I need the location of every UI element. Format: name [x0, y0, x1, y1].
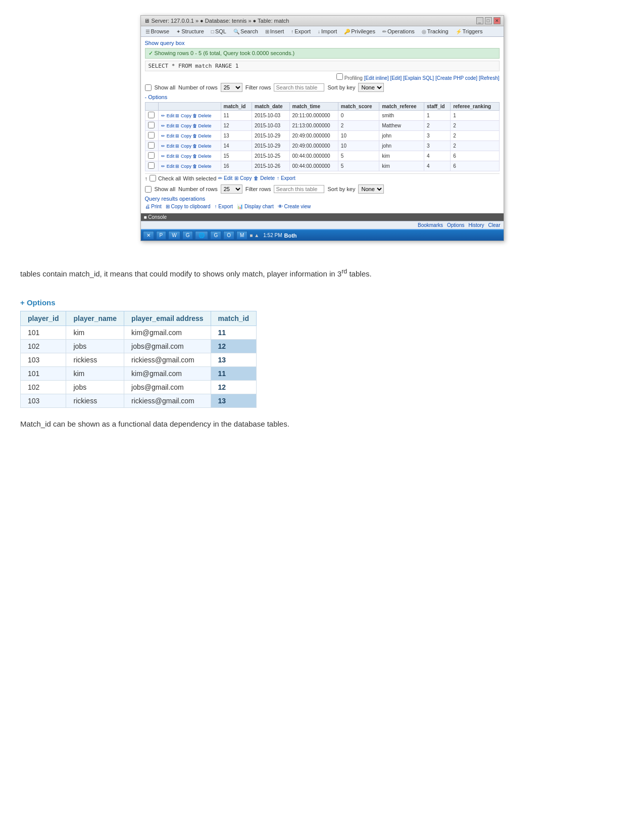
- nav-search[interactable]: 🔍 Search: [232, 28, 260, 35]
- sort-by-key-select-bottom[interactable]: None: [358, 184, 384, 194]
- taskbar-item-p[interactable]: P: [156, 231, 167, 240]
- create-php-link[interactable]: [Create PHP code]: [435, 75, 477, 81]
- nav-sql-label: SQL: [215, 28, 226, 34]
- taskbar-item-g2[interactable]: G: [210, 231, 221, 240]
- pcell-player-name-1: jobs: [66, 340, 124, 353]
- close-button[interactable]: ✕: [493, 17, 501, 24]
- delete-btn-1[interactable]: 🗑 Delete: [192, 123, 212, 128]
- pcell-match-id-2: 13: [211, 353, 256, 367]
- col-match-referee[interactable]: match_referee: [379, 103, 424, 111]
- taskbar-item-o[interactable]: O: [223, 231, 234, 240]
- with-selected-delete[interactable]: 🗑 Delete: [254, 175, 275, 181]
- col-match-date[interactable]: match_date: [252, 103, 289, 111]
- taskbar-item-m[interactable]: M: [236, 231, 247, 240]
- nav-triggers[interactable]: ⚡ Triggers: [454, 28, 484, 35]
- show-query-box[interactable]: Show query box: [145, 40, 500, 46]
- check-all-checkbox[interactable]: [150, 175, 156, 181]
- col-player-name[interactable]: player_name: [66, 311, 124, 326]
- col-match-score[interactable]: match_score: [338, 103, 379, 111]
- with-selected-edit[interactable]: ✏ Edit: [218, 175, 232, 181]
- nav-privileges[interactable]: 🔑 Privileges: [342, 28, 377, 35]
- with-selected-copy[interactable]: ⊞ Copy: [234, 175, 252, 181]
- options-link[interactable]: Options: [447, 222, 464, 228]
- options-row[interactable]: - Options: [145, 94, 500, 100]
- copy-clipboard-link[interactable]: ⊞ Copy to clipboard: [166, 204, 211, 209]
- display-chart-link[interactable]: 📊 Display chart: [237, 204, 274, 209]
- edit-inline-link[interactable]: [Edit inline]: [364, 75, 389, 81]
- edit-btn-2[interactable]: ✏ Edit: [161, 133, 174, 138]
- search-icon: 🔍: [233, 29, 239, 34]
- nav-insert[interactable]: ⊞ Insert: [264, 28, 286, 35]
- rows-per-page-select-bottom[interactable]: 2550100: [221, 184, 242, 194]
- maximize-button[interactable]: □: [485, 17, 492, 24]
- sort-by-key-select[interactable]: None: [358, 83, 384, 92]
- show-all-checkbox[interactable]: [145, 84, 152, 91]
- sql-query-display: SELECT * FROM match RANGE 1: [145, 61, 500, 71]
- explain-sql-link[interactable]: [Explain SQL]: [403, 75, 434, 81]
- query-results-ops[interactable]: Query results operations: [145, 196, 500, 202]
- edit-btn-5[interactable]: ✏ Edit: [161, 164, 174, 169]
- taskbar-item-w[interactable]: W: [168, 231, 180, 240]
- with-selected-export[interactable]: ↑ Export: [277, 175, 295, 181]
- row-checkbox-2[interactable]: [148, 132, 155, 138]
- show-all-checkbox-bottom[interactable]: [145, 186, 152, 193]
- row-checkbox-3[interactable]: [148, 142, 155, 149]
- nav-structure[interactable]: ✦ Structure: [175, 28, 206, 35]
- col-player-email[interactable]: player_email address: [124, 311, 211, 326]
- delete-btn-2[interactable]: 🗑 Delete: [192, 133, 212, 138]
- print-link[interactable]: 🖨 Print: [145, 204, 162, 209]
- row-checkbox-1[interactable]: [148, 122, 155, 128]
- edit-btn-4[interactable]: ✏ Edit: [161, 154, 174, 159]
- col-match-time[interactable]: match_time: [289, 103, 338, 111]
- delete-btn-4[interactable]: 🗑 Delete: [192, 154, 212, 159]
- taskbar-item-go[interactable]: 🌐: [195, 231, 208, 240]
- nav-operations[interactable]: ✏ Operations: [381, 28, 416, 35]
- col-match-id[interactable]: match_id: [221, 103, 252, 111]
- refresh-link[interactable]: [Refresh]: [479, 75, 500, 81]
- copy-btn-0[interactable]: ⊞ Copy: [175, 113, 191, 118]
- edit-link[interactable]: [Edit]: [390, 75, 402, 81]
- bookmarks-link[interactable]: Bookmarks: [418, 222, 443, 228]
- col-player-id[interactable]: player_id: [21, 311, 66, 326]
- row-checkbox-0[interactable]: [148, 112, 155, 118]
- cell-match-score-1: 2: [338, 121, 379, 131]
- copy-btn-4[interactable]: ⊞ Copy: [175, 154, 191, 159]
- export-link[interactable]: ↑ Export: [214, 204, 233, 209]
- filter-rows-input-bottom[interactable]: [274, 185, 324, 193]
- minimize-button[interactable]: _: [476, 17, 483, 24]
- edit-btn-1[interactable]: ✏ Edit: [161, 123, 174, 128]
- row-checkbox-4[interactable]: [148, 152, 155, 159]
- delete-btn-5[interactable]: 🗑 Delete: [192, 164, 212, 169]
- edit-btn-0[interactable]: ✏ Edit: [161, 113, 174, 118]
- nav-sql[interactable]: □ SQL: [210, 28, 228, 35]
- delete-btn-0[interactable]: 🗑 Delete: [192, 113, 212, 118]
- history-link[interactable]: History: [468, 222, 484, 228]
- col-match-id-player[interactable]: match_id: [211, 311, 256, 326]
- taskbar-item-g1[interactable]: G: [182, 231, 193, 240]
- row-checkbox-cell: [145, 141, 159, 151]
- nav-browse[interactable]: ☰ Browse: [144, 28, 171, 35]
- edit-btn-3[interactable]: ✏ Edit: [161, 144, 174, 149]
- copy-btn-2[interactable]: ⊞ Copy: [175, 133, 191, 138]
- nav-export[interactable]: ↑ Export: [289, 28, 312, 35]
- copy-btn-5[interactable]: ⊞ Copy: [175, 164, 191, 169]
- taskbar-item-x[interactable]: ✕: [143, 231, 154, 240]
- row-checkbox-5[interactable]: [148, 162, 155, 169]
- col-referee-ranking[interactable]: referee_ranking: [451, 103, 499, 111]
- copy-btn-3[interactable]: ⊞ Copy: [175, 144, 191, 149]
- col-staff-id[interactable]: staff_id: [424, 103, 451, 111]
- nav-tracking[interactable]: ◎ Tracking: [420, 28, 450, 35]
- profiling-checkbox[interactable]: [336, 73, 343, 80]
- rows-per-page-select[interactable]: 2550100: [221, 83, 242, 92]
- nav-import[interactable]: ↓ Import: [316, 28, 338, 35]
- delete-btn-3[interactable]: 🗑 Delete: [192, 144, 212, 149]
- filter-rows-input[interactable]: [274, 83, 324, 91]
- clear-link[interactable]: Clear: [488, 222, 501, 228]
- nav-triggers-label: Triggers: [463, 28, 483, 34]
- create-view-link[interactable]: 👁 Create view: [278, 204, 311, 209]
- console-bar[interactable]: ■ Console: [141, 213, 504, 221]
- filter-rows-label-bottom: Filter rows: [245, 186, 271, 192]
- copy-btn-1[interactable]: ⊞ Copy: [175, 123, 191, 128]
- options-heading[interactable]: + Options: [20, 298, 624, 307]
- cell-referee-ranking-3: 2: [451, 141, 499, 151]
